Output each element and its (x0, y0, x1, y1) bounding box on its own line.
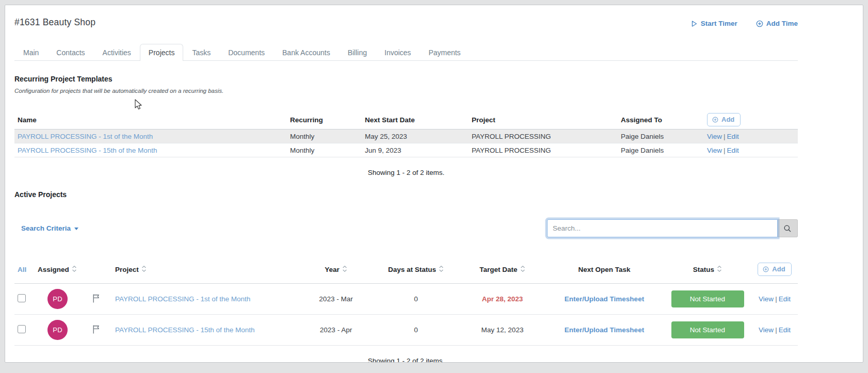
divider: | (774, 326, 779, 334)
table-row: PD PAYROLL PROCESSING - 1st of the Month… (14, 284, 798, 315)
next-open-task-link[interactable]: Enter/Upload Timesheet (565, 326, 644, 334)
col-assigned-to: Assigned To (618, 110, 704, 129)
project-link[interactable]: PAYROLL PROCESSING - 1st of the Month (115, 295, 250, 303)
col-days-at-status[interactable]: Days at Status (372, 260, 460, 284)
add-project-button[interactable]: Add (758, 263, 791, 276)
add-time-button[interactable]: Add Time (756, 20, 798, 27)
edit-link[interactable]: Edit (727, 147, 739, 154)
table-row: PD PAYROLL PROCESSING - 15th of the Mont… (14, 315, 798, 346)
divider: | (722, 147, 727, 154)
page-header: #1631 Beauty Shop Start Timer Add Time (14, 17, 798, 28)
recurring-header-row: Name Recurring Next Start Date Project A… (14, 110, 798, 129)
col-next-start-date: Next Start Date (362, 110, 469, 129)
col-assigned[interactable]: Assigned (35, 260, 83, 284)
target-date: Apr 28, 2023 (460, 284, 545, 315)
view-link[interactable]: View (707, 133, 722, 140)
select-all-link[interactable]: All (18, 266, 26, 273)
add-template-button[interactable]: Add (707, 113, 741, 126)
flag-icon[interactable] (92, 325, 101, 334)
status-badge[interactable]: Not Started (671, 290, 744, 307)
tab-bar: Main Contacts Activities Projects Tasks … (14, 44, 798, 61)
avatar: PD (47, 320, 68, 340)
recurring-templates-subtitle: Configuration for projects that will be … (14, 88, 798, 94)
search-button[interactable] (778, 219, 798, 237)
template-project: PAYROLL PROCESSING (469, 143, 618, 157)
row-checkbox[interactable] (18, 294, 26, 302)
play-icon (690, 20, 698, 27)
target-date: May 12, 2023 (460, 315, 545, 346)
template-next-start-date: Jun 9, 2023 (362, 143, 469, 157)
active-projects-title: Active Projects (14, 190, 798, 199)
edit-link[interactable]: Edit (727, 133, 739, 140)
search-criteria-dropdown[interactable]: Search Criteria (21, 224, 78, 232)
avatar: PD (47, 289, 68, 309)
template-name-link[interactable]: PAYROLL PROCESSING - 15th of the Month (18, 147, 157, 154)
col-year[interactable]: Year (300, 260, 372, 284)
row-checkbox[interactable] (18, 325, 26, 333)
tab-contacts[interactable]: Contacts (47, 44, 93, 61)
template-project: PAYROLL PROCESSING (469, 129, 618, 143)
project-year: 2023 - Mar (300, 284, 372, 315)
edit-link[interactable]: Edit (779, 295, 791, 303)
recurring-templates-table: Name Recurring Next Start Date Project A… (14, 110, 798, 157)
header-actions: Start Timer Add Time (690, 20, 798, 27)
divider: | (722, 133, 727, 140)
active-showing-text: Showing 1 - 2 of 2 items. (14, 357, 798, 363)
tab-bank-accounts[interactable]: Bank Accounts (274, 44, 339, 61)
sort-icon (72, 265, 77, 274)
search-input[interactable] (547, 219, 778, 237)
table-row: PAYROLL PROCESSING - 15th of the Month M… (14, 143, 798, 157)
sort-icon (141, 265, 147, 274)
tab-tasks[interactable]: Tasks (183, 44, 219, 61)
template-assigned-to: Paige Daniels (618, 143, 704, 157)
tab-activities[interactable]: Activities (94, 44, 140, 61)
plus-circle-icon (763, 266, 769, 272)
sort-icon (717, 265, 722, 274)
plus-circle-icon (756, 20, 763, 27)
tab-payments[interactable]: Payments (420, 44, 469, 61)
view-link[interactable]: View (707, 147, 722, 154)
recurring-templates-title: Recurring Project Templates (14, 75, 798, 83)
search-icon (783, 224, 792, 233)
col-target-date[interactable]: Target Date (460, 260, 545, 284)
template-name-link[interactable]: PAYROLL PROCESSING - 1st of the Month (18, 133, 153, 140)
flag-icon[interactable] (92, 294, 101, 303)
col-recurring: Recurring (287, 110, 362, 129)
sort-icon (520, 265, 525, 274)
tab-documents[interactable]: Documents (219, 44, 274, 61)
days-at-status: 0 (372, 315, 460, 346)
edit-link[interactable]: Edit (779, 326, 791, 334)
col-next-open-task: Next Open Task (545, 260, 664, 284)
active-header-row: All Assigned Project Year Days at Status… (14, 260, 798, 284)
page-title: #1631 Beauty Shop (14, 17, 95, 28)
tab-billing[interactable]: Billing (339, 44, 376, 61)
chevron-down-icon (74, 228, 78, 230)
status-badge[interactable]: Not Started (671, 321, 744, 338)
sort-icon (439, 265, 444, 274)
recurring-showing-text: Showing 1 - 2 of 2 items. (14, 169, 798, 176)
tab-main[interactable]: Main (14, 44, 47, 61)
view-link[interactable]: View (759, 326, 774, 334)
view-link[interactable]: View (759, 295, 774, 303)
active-projects-table: All Assigned Project Year Days at Status… (14, 260, 798, 346)
template-assigned-to: Paige Daniels (618, 129, 704, 143)
col-status[interactable]: Status (664, 260, 751, 284)
col-project[interactable]: Project (109, 260, 300, 284)
divider: | (774, 295, 779, 303)
col-project: Project (469, 110, 618, 129)
tab-invoices[interactable]: Invoices (376, 44, 420, 61)
template-recurring: Monthly (287, 129, 362, 143)
col-name: Name (14, 110, 287, 129)
tab-projects[interactable]: Projects (140, 44, 184, 61)
project-year: 2023 - Apr (300, 315, 372, 346)
start-timer-button[interactable]: Start Timer (690, 20, 737, 27)
project-link[interactable]: PAYROLL PROCESSING - 15th of the Month (115, 326, 255, 334)
sort-icon (342, 265, 347, 274)
template-recurring: Monthly (287, 143, 362, 157)
template-next-start-date: May 25, 2023 (362, 129, 469, 143)
table-row: PAYROLL PROCESSING - 1st of the Month Mo… (14, 129, 798, 143)
search-group (547, 219, 798, 237)
days-at-status: 0 (372, 284, 460, 315)
client-panel: #1631 Beauty Shop Start Timer Add Time (5, 5, 863, 363)
next-open-task-link[interactable]: Enter/Upload Timesheet (565, 295, 644, 303)
